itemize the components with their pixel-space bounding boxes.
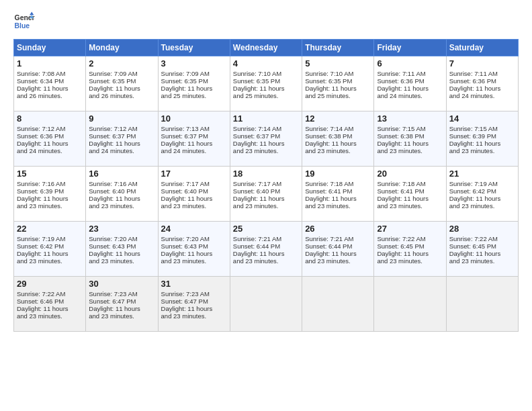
day-number: 12 [305,113,371,124]
calendar-cell: 26Sunrise: 7:21 AMSunset: 6:44 PMDayligh… [302,222,374,277]
day-info: and 23 minutes. [161,257,227,265]
day-info: Sunrise: 7:09 AM [89,70,154,77]
day-info: Daylight: 11 hours [17,195,83,202]
calendar-cell: 31Sunrise: 7:23 AMSunset: 6:47 PMDayligh… [158,277,230,332]
day-info: Daylight: 11 hours [449,195,515,202]
calendar-cell: 20Sunrise: 7:18 AMSunset: 6:41 PMDayligh… [374,167,446,222]
day-number: 10 [161,113,227,124]
day-info: Sunset: 6:34 PM [17,77,83,85]
day-info: Daylight: 11 hours [89,85,154,92]
day-info: Daylight: 11 hours [161,250,227,257]
day-info: Sunset: 6:39 PM [17,187,83,195]
day-info: Sunset: 6:36 PM [377,77,443,85]
day-info: Daylight: 11 hours [377,85,443,92]
day-info: Sunrise: 7:15 AM [449,125,515,132]
day-info: Sunset: 6:45 PM [449,242,515,250]
day-number: 18 [233,169,299,179]
day-info: Sunrise: 7:10 AM [233,70,299,77]
day-header: Saturday [446,40,518,56]
day-info: and 23 minutes. [89,202,154,210]
calendar-cell: 10Sunrise: 7:13 AMSunset: 6:37 PMDayligh… [158,111,230,167]
day-info: and 25 minutes. [305,92,371,99]
calendar-cell: 2Sunrise: 7:09 AMSunset: 6:35 PMDaylight… [86,56,158,111]
calendar-cell: 13Sunrise: 7:15 AMSunset: 6:38 PMDayligh… [374,111,446,167]
day-info: Sunset: 6:40 PM [233,187,299,195]
day-info: and 23 minutes. [377,257,443,265]
day-number: 9 [89,113,154,124]
calendar-cell: 3Sunrise: 7:09 AMSunset: 6:35 PMDaylight… [158,56,230,111]
day-info: Sunrise: 7:11 AM [449,70,515,77]
day-info: Sunrise: 7:15 AM [377,125,443,132]
day-info: Sunset: 6:44 PM [305,242,371,250]
day-info: Daylight: 11 hours [305,250,371,257]
day-info: Daylight: 11 hours [305,85,371,92]
calendar-cell: 12Sunrise: 7:14 AMSunset: 6:38 PMDayligh… [302,111,374,167]
calendar-cell: 9Sunrise: 7:12 AMSunset: 6:37 PMDaylight… [86,111,158,167]
day-info: Sunrise: 7:19 AM [17,235,83,242]
day-info: Daylight: 11 hours [17,250,83,257]
day-number: 28 [449,224,515,234]
day-info: Sunset: 6:36 PM [449,77,515,85]
day-info: Daylight: 11 hours [233,195,299,202]
day-info: Daylight: 11 hours [161,140,227,147]
day-info: Daylight: 11 hours [233,250,299,257]
day-number: 8 [17,113,83,124]
day-number: 4 [233,58,299,68]
day-header: Monday [86,40,158,56]
day-info: Sunrise: 7:17 AM [233,180,299,187]
day-number: 5 [305,58,371,68]
calendar-cell [230,277,302,332]
day-info: Sunset: 6:45 PM [377,242,443,250]
day-info: Daylight: 11 hours [449,250,515,257]
day-info: Sunrise: 7:18 AM [377,180,443,187]
day-info: Daylight: 11 hours [89,250,154,257]
day-info: Daylight: 11 hours [305,140,371,147]
day-info: Sunset: 6:41 PM [305,187,371,195]
day-info: Daylight: 11 hours [17,85,83,92]
day-header: Sunday [14,40,86,56]
day-number: 25 [233,224,299,234]
day-info: Sunset: 6:42 PM [17,242,83,250]
day-info: and 23 minutes. [233,147,299,154]
calendar-cell: 15Sunrise: 7:16 AMSunset: 6:39 PMDayligh… [14,167,86,222]
day-info: Sunset: 6:40 PM [161,187,227,195]
logo: General Blue [13,11,35,32]
day-info: and 23 minutes. [449,147,515,154]
day-info: Sunrise: 7:22 AM [17,290,83,298]
day-info: Sunrise: 7:19 AM [449,180,515,187]
day-info: Sunset: 6:37 PM [89,132,154,140]
day-info: and 23 minutes. [17,312,83,320]
day-info: Sunset: 6:35 PM [305,77,371,85]
day-info: Daylight: 11 hours [89,195,154,202]
day-number: 14 [449,113,515,124]
day-number: 13 [377,113,443,124]
day-info: Sunset: 6:35 PM [233,77,299,85]
day-number: 30 [89,279,154,289]
calendar-cell: 21Sunrise: 7:19 AMSunset: 6:42 PMDayligh… [446,167,518,222]
day-info: and 24 minutes. [377,92,443,99]
calendar-cell: 6Sunrise: 7:11 AMSunset: 6:36 PMDaylight… [374,56,446,111]
day-info: Sunrise: 7:14 AM [305,125,371,132]
calendar-cell: 23Sunrise: 7:20 AMSunset: 6:43 PMDayligh… [86,222,158,277]
day-number: 27 [377,224,443,234]
day-info: Sunset: 6:42 PM [449,187,515,195]
calendar-cell: 18Sunrise: 7:17 AMSunset: 6:40 PMDayligh… [230,167,302,222]
day-number: 2 [89,58,154,68]
day-info: Sunrise: 7:22 AM [449,235,515,242]
day-info: Sunrise: 7:12 AM [89,125,154,132]
day-info: Daylight: 11 hours [161,195,227,202]
day-info: Sunrise: 7:11 AM [377,70,443,77]
day-number: 29 [17,279,83,289]
calendar-cell: 28Sunrise: 7:22 AMSunset: 6:45 PMDayligh… [446,222,518,277]
day-info: Sunrise: 7:22 AM [377,235,443,242]
day-info: Daylight: 11 hours [17,305,83,312]
svg-text:Blue: Blue [15,22,30,30]
day-info: Sunset: 6:44 PM [233,242,299,250]
day-info: Sunrise: 7:21 AM [305,235,371,242]
calendar-cell: 22Sunrise: 7:19 AMSunset: 6:42 PMDayligh… [14,222,86,277]
day-info: and 23 minutes. [161,202,227,210]
header: General Blue [13,11,519,32]
day-number: 31 [161,279,227,289]
day-info: Sunset: 6:40 PM [89,187,154,195]
day-number: 11 [233,113,299,124]
